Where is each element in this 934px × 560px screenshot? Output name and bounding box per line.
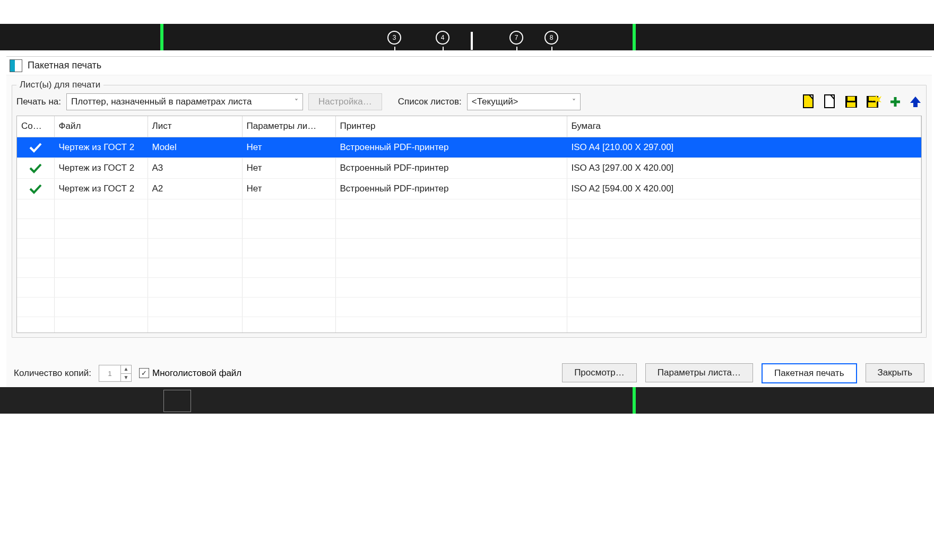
sheets-table[interactable]: Со… Файл Лист Параметры ли… Принтер Бума… bbox=[16, 116, 922, 333]
batch-print-button-label: Пакетная печать bbox=[774, 368, 844, 379]
table-row-empty bbox=[17, 297, 921, 317]
col-status[interactable]: Со… bbox=[17, 116, 54, 137]
table-row-empty bbox=[17, 277, 921, 297]
print-on-value: Плоттер, назначенный в параметрах листа bbox=[71, 97, 252, 107]
cell-params: Нет bbox=[242, 178, 335, 199]
toolbar-icons bbox=[802, 94, 922, 110]
table-header-row[interactable]: Со… Файл Лист Параметры ли… Принтер Бума… bbox=[17, 116, 921, 137]
up-icon[interactable] bbox=[909, 95, 922, 108]
cell-status bbox=[17, 178, 54, 199]
col-printer[interactable]: Принтер bbox=[335, 116, 567, 137]
sheet-list-select[interactable]: <Текущий> ˅ bbox=[467, 93, 581, 110]
print-on-label: Печать на: bbox=[16, 97, 61, 107]
preview-button-label: Просмотр… bbox=[574, 368, 625, 378]
col-paper[interactable]: Бумага bbox=[567, 116, 921, 137]
marker-label: 8 bbox=[550, 34, 554, 41]
multisheet-checkbox[interactable]: ✓ Многолистовой файл bbox=[139, 368, 241, 379]
add-icon[interactable] bbox=[889, 95, 902, 108]
cell-printer: Встроенный PDF-принтер bbox=[335, 137, 567, 158]
grid-marker-icon: 4 bbox=[436, 31, 449, 45]
settings-button: Настройка… bbox=[308, 93, 382, 110]
cad-element-icon bbox=[163, 390, 191, 412]
settings-button-label: Настройка… bbox=[318, 97, 372, 107]
spinner-down-icon[interactable]: ▼ bbox=[121, 373, 131, 382]
print-on-select[interactable]: Плоттер, назначенный в параметрах листа … bbox=[66, 93, 303, 110]
blank-sheet-icon[interactable] bbox=[823, 94, 837, 110]
check-icon bbox=[21, 142, 50, 153]
new-sheet-icon[interactable] bbox=[802, 94, 816, 110]
col-params[interactable]: Параметры ли… bbox=[242, 116, 335, 137]
check-icon bbox=[21, 183, 50, 195]
cell-status bbox=[17, 158, 54, 178]
grid-marker-icon: 8 bbox=[544, 31, 558, 45]
page-setup-button-label: Параметры листа… bbox=[658, 368, 741, 378]
dialog-footer: Количество копий: ▲ ▼ ✓ Многолистовой фа… bbox=[6, 360, 932, 387]
sheets-group-title: Лист(ы) для печати bbox=[16, 80, 103, 90]
sheet-list-value: <Текущий> bbox=[472, 97, 518, 107]
table-row-empty bbox=[17, 218, 921, 238]
batch-print-button[interactable]: Пакетная печать bbox=[762, 363, 857, 383]
batch-print-dialog: Пакетная печать Лист(ы) для печати Печат… bbox=[6, 56, 932, 387]
cell-sheet: A3 bbox=[148, 158, 242, 178]
cell-printer: Встроенный PDF-принтер bbox=[335, 158, 567, 178]
options-row: Печать на: Плоттер, назначенный в параме… bbox=[16, 93, 922, 110]
save-new-icon[interactable] bbox=[866, 95, 881, 109]
check-icon bbox=[21, 162, 50, 174]
cell-paper: ISO A4 [210.00 X 297.00] bbox=[567, 137, 921, 158]
cell-status bbox=[17, 137, 54, 158]
svg-marker-11 bbox=[910, 97, 921, 107]
cell-sheet: A2 bbox=[148, 178, 242, 199]
marker-label: 3 bbox=[393, 34, 396, 41]
svg-rect-5 bbox=[847, 97, 855, 101]
marker-line-icon bbox=[633, 387, 636, 414]
table-row[interactable]: Чертеж из ГОСТ 2A3НетВстроенный PDF-прин… bbox=[17, 158, 921, 178]
cad-footer-strip bbox=[0, 387, 934, 414]
cell-file: Чертеж из ГОСТ 2 bbox=[54, 178, 148, 199]
checkbox-icon: ✓ bbox=[139, 368, 149, 378]
grid-marker-icon: 7 bbox=[509, 31, 523, 45]
marker-label: 7 bbox=[515, 34, 518, 41]
grid-marker-icon: 3 bbox=[387, 31, 401, 45]
svg-rect-9 bbox=[868, 102, 877, 107]
cad-ruler-strip bbox=[0, 24, 934, 50]
dialog-titlebar[interactable]: Пакетная печать bbox=[6, 57, 932, 75]
chevron-down-icon: ˅ bbox=[295, 98, 298, 107]
marker-line-icon bbox=[633, 24, 636, 50]
cell-file: Чертеж из ГОСТ 2 bbox=[54, 137, 148, 158]
cell-paper: ISO A3 [297.00 X 420.00] bbox=[567, 158, 921, 178]
multisheet-label: Многолистовой файл bbox=[152, 368, 241, 379]
col-sheet[interactable]: Лист bbox=[148, 116, 242, 137]
sheet-list-label: Список листов: bbox=[398, 97, 462, 107]
dialog-title: Пакетная печать bbox=[28, 60, 101, 72]
cell-sheet: Model bbox=[148, 137, 242, 158]
table-row-empty bbox=[17, 199, 921, 218]
spinner-up-icon[interactable]: ▲ bbox=[121, 365, 131, 373]
save-icon[interactable] bbox=[844, 95, 858, 109]
copies-input[interactable] bbox=[99, 365, 120, 381]
chevron-down-icon: ˅ bbox=[572, 98, 576, 107]
table-row-empty bbox=[17, 258, 921, 277]
cell-paper: ISO A2 [594.00 X 420.00] bbox=[567, 178, 921, 199]
page-setup-button[interactable]: Параметры листа… bbox=[645, 363, 753, 382]
marker-label: 4 bbox=[441, 34, 445, 41]
cell-params: Нет bbox=[242, 158, 335, 178]
table-row-empty bbox=[17, 317, 921, 333]
app-icon bbox=[10, 59, 22, 72]
preview-button[interactable]: Просмотр… bbox=[562, 363, 637, 382]
ruler-tick-icon bbox=[471, 32, 473, 50]
svg-rect-6 bbox=[847, 102, 855, 107]
cell-params: Нет bbox=[242, 137, 335, 158]
close-button-label: Закрыть bbox=[878, 368, 912, 378]
cell-printer: Встроенный PDF-принтер bbox=[335, 178, 567, 199]
marker-line-icon bbox=[160, 24, 163, 50]
table-row[interactable]: Чертеж из ГОСТ 2ModelНетВстроенный PDF-п… bbox=[17, 137, 921, 158]
close-button[interactable]: Закрыть bbox=[866, 363, 924, 382]
col-file[interactable]: Файл bbox=[54, 116, 148, 137]
table-row-empty bbox=[17, 238, 921, 258]
cell-file: Чертеж из ГОСТ 2 bbox=[54, 158, 148, 178]
copies-stepper[interactable]: ▲ ▼ bbox=[99, 365, 132, 382]
copies-label: Количество копий: bbox=[14, 368, 91, 379]
table-row[interactable]: Чертеж из ГОСТ 2A2НетВстроенный PDF-прин… bbox=[17, 178, 921, 199]
sheets-group: Лист(ы) для печати Печать на: Плоттер, н… bbox=[12, 80, 927, 338]
